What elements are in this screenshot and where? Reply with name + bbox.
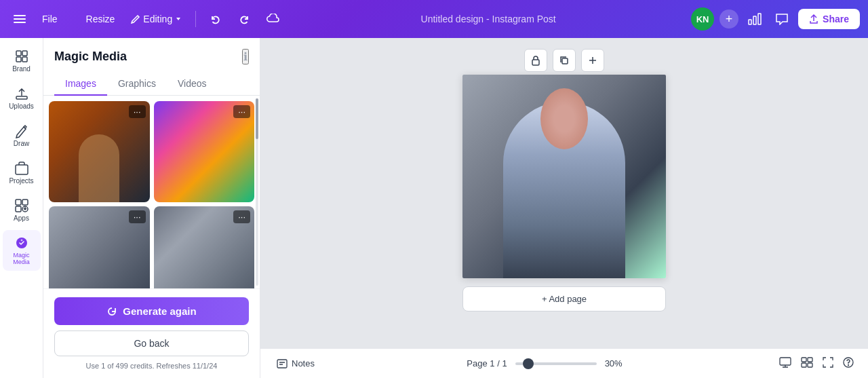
desktop-view-button[interactable] xyxy=(776,354,795,374)
svg-rect-17 xyxy=(532,60,539,65)
projects-icon xyxy=(14,161,29,176)
resize-label: Resize xyxy=(86,14,115,24)
go-back-button[interactable]: Go back xyxy=(54,330,249,356)
svg-rect-23 xyxy=(802,363,806,367)
cloud-button[interactable] xyxy=(261,10,285,29)
sidebar-item-uploads[interactable]: Uploads xyxy=(3,81,41,115)
panel-content: ··· ··· ··· ··· xyxy=(43,96,260,288)
document-title: Untitled design - Instagram Post xyxy=(291,14,686,24)
add-icon xyxy=(587,55,598,66)
redo-button[interactable] xyxy=(233,9,256,29)
magic-media-label: Magic Media xyxy=(7,252,37,265)
svg-rect-5 xyxy=(758,14,761,24)
scrollbar-track[interactable] xyxy=(256,98,258,286)
bottom-bar: Notes Page 1 / 1 30% xyxy=(260,348,868,378)
tab-images[interactable]: Images xyxy=(54,73,107,96)
image-card-1[interactable]: ··· xyxy=(49,101,150,202)
file-button[interactable]: File xyxy=(37,10,63,29)
projects-label: Projects xyxy=(9,177,33,185)
canvas-container[interactable]: + Add page xyxy=(260,38,868,348)
svg-rect-7 xyxy=(22,51,27,56)
image-card-2[interactable]: ··· xyxy=(154,101,255,202)
credits-text: Use 1 of 499 credits. Refreshes 11/1/24 xyxy=(54,362,249,370)
sidebar-item-brand[interactable]: Brand xyxy=(3,43,41,78)
bottom-center: Page 1 / 1 30% xyxy=(326,358,770,368)
image-more-button-1[interactable]: ··· xyxy=(129,105,146,118)
divider-1 xyxy=(195,11,196,27)
generate-again-button[interactable]: Generate again xyxy=(54,297,249,325)
brand-label: Brand xyxy=(12,65,31,73)
image-more-button-4[interactable]: ··· xyxy=(233,210,250,223)
svg-rect-12 xyxy=(16,200,21,205)
magic-media-panel: Magic Media ℹ Images Graphics Videos ···… xyxy=(43,38,260,378)
lock-icon xyxy=(530,55,541,66)
sidebar-item-projects[interactable]: Projects xyxy=(3,155,41,190)
resize-button[interactable]: Resize xyxy=(68,10,121,29)
draw-icon xyxy=(14,124,29,138)
image-grid: ··· ··· ··· ··· xyxy=(49,101,254,288)
uploads-icon xyxy=(14,86,29,101)
cloud-icon xyxy=(267,14,280,24)
share-button[interactable]: Share xyxy=(798,9,860,29)
undo-button[interactable] xyxy=(204,9,227,29)
panel-tabs: Images Graphics Videos xyxy=(43,64,260,96)
sidebar-item-apps[interactable]: Apps xyxy=(3,193,41,227)
zoom-slider[interactable] xyxy=(515,362,597,365)
panel-footer: Generate again Go back Use 1 of 499 cred… xyxy=(43,288,260,378)
svg-rect-2 xyxy=(14,22,26,23)
add-page-button[interactable]: + Add page xyxy=(462,286,666,311)
pen-icon xyxy=(131,14,140,24)
resize-icon xyxy=(74,14,83,24)
top-toolbar: File Resize Editing Untitled design - In… xyxy=(0,0,868,38)
image-more-button-2[interactable]: ··· xyxy=(233,105,250,118)
svg-rect-21 xyxy=(802,358,806,362)
canvas-toolbar xyxy=(524,49,604,72)
refresh-icon xyxy=(106,306,117,317)
tab-videos[interactable]: Videos xyxy=(167,73,218,96)
info-button[interactable]: ℹ xyxy=(242,49,249,64)
image-more-button-3[interactable]: ··· xyxy=(129,210,146,223)
help-button[interactable] xyxy=(840,354,857,374)
comments-button[interactable] xyxy=(771,9,793,29)
scrollbar-thumb[interactable] xyxy=(256,98,258,139)
add-collaborator-button[interactable]: + xyxy=(719,10,738,29)
image-card-3[interactable]: ··· xyxy=(49,206,150,289)
magic-media-icon xyxy=(14,235,29,250)
lock-button[interactable] xyxy=(524,49,547,72)
chevron-down-icon xyxy=(175,16,182,22)
apps-icon xyxy=(14,198,29,213)
zoom-percentage: 30% xyxy=(605,358,629,368)
menu-icon xyxy=(14,13,26,25)
redo-icon xyxy=(238,13,250,25)
sidebar-item-magic-media[interactable]: Magic Media xyxy=(3,230,41,271)
tab-graphics[interactable]: Graphics xyxy=(107,73,167,96)
notes-icon xyxy=(277,359,288,368)
notes-label: Notes xyxy=(292,358,315,368)
editing-button[interactable]: Editing xyxy=(125,10,187,29)
undo-icon xyxy=(210,13,222,25)
analytics-button[interactable] xyxy=(744,9,766,29)
fullscreen-icon xyxy=(823,357,833,368)
svg-rect-24 xyxy=(808,363,812,367)
menu-button[interactable] xyxy=(8,9,31,29)
svg-rect-13 xyxy=(22,200,28,205)
grid-icon xyxy=(801,357,813,368)
sidebar-icons: Brand Uploads Draw Projects Apps xyxy=(0,38,43,378)
help-icon xyxy=(843,357,854,368)
file-label: File xyxy=(42,14,58,24)
canvas-main-image[interactable] xyxy=(462,75,666,278)
fullscreen-button[interactable] xyxy=(819,354,837,374)
sidebar-item-draw[interactable]: Draw xyxy=(3,118,41,153)
svg-point-26 xyxy=(848,364,849,365)
image-card-4[interactable]: ··· xyxy=(154,206,255,289)
apps-label: Apps xyxy=(14,214,29,222)
avatar-button[interactable]: KN xyxy=(691,7,714,31)
grid-view-button[interactable] xyxy=(797,354,816,374)
svg-rect-18 xyxy=(562,58,568,64)
duplicate-button[interactable] xyxy=(553,49,576,72)
notes-button[interactable]: Notes xyxy=(271,356,320,371)
svg-rect-6 xyxy=(16,51,21,56)
add-element-button[interactable] xyxy=(581,49,604,72)
svg-rect-9 xyxy=(22,57,27,62)
panel-header: Magic Media ℹ xyxy=(43,38,260,64)
